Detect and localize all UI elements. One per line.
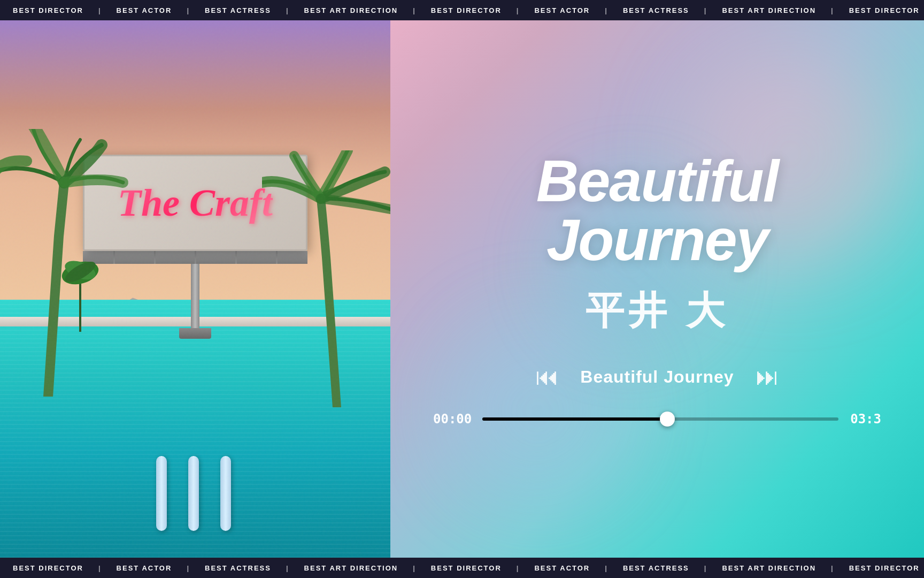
billboard-base — [179, 328, 211, 339]
ticker-top: BEST DIRECTOR | BEST ACTOR | BEST ACTRES… — [0, 0, 924, 20]
track-controls: ⏮ Beautiful Journey ⏭ — [535, 363, 779, 390]
prev-button[interactable]: ⏮ — [535, 363, 559, 390]
ticker-bottom: BEST DIRECTOR | BEST ACTOR | BEST ACTRES… — [0, 558, 924, 578]
ticker-item: BEST ACTRESS — [192, 564, 284, 572]
palm-right — [262, 150, 390, 407]
ticker-item: BEST ART DIRECTION — [291, 564, 411, 572]
ticker-item: BEST DIRECTOR — [836, 6, 924, 14]
ticker-item: BEST ART DIRECTION — [709, 6, 829, 14]
album-section: The Craft — [0, 20, 390, 558]
ticker-item: BEST ACTOR — [104, 6, 185, 14]
palm-right-svg — [262, 150, 390, 407]
main-content: The Craft — [0, 20, 924, 558]
ticker-item: BEST DIRECTOR — [418, 564, 514, 572]
next-button[interactable]: ⏭ — [756, 363, 779, 390]
song-title: Beautiful Journey — [536, 151, 779, 269]
ticker-item: BEST ART DIRECTION — [291, 6, 411, 14]
palm-left-svg — [0, 129, 134, 397]
progress-bar[interactable] — [482, 417, 838, 421]
ticker-item: BEST ACTOR — [104, 564, 185, 572]
ticker-item: BEST ART DIRECTION — [709, 564, 829, 572]
song-title-line2: Journey — [546, 207, 768, 272]
stair-bar-3 — [220, 456, 231, 531]
track-title: Beautiful Journey — [580, 367, 734, 387]
ticker-item: BEST DIRECTOR — [0, 6, 96, 14]
album-art: The Craft — [0, 20, 390, 558]
progress-fill — [482, 417, 667, 421]
ticker-item: BEST ACTRESS — [192, 6, 284, 14]
player-section: Beautiful Journey 平井 大 ⏮ Beautiful Journ… — [390, 20, 924, 558]
ticker-item: BEST DIRECTOR — [0, 564, 96, 572]
palm-left — [0, 129, 134, 397]
pool-stairs — [156, 456, 231, 531]
ticker-item: BEST DIRECTOR — [418, 6, 514, 14]
progress-section: 00:00 03:3 — [433, 412, 881, 427]
time-current: 00:00 — [433, 412, 472, 427]
ticker-item: BEST ACTOR — [521, 6, 603, 14]
billboard-pole — [191, 264, 199, 328]
stair-bar-1 — [156, 456, 167, 531]
ticker-item: BEST ACTRESS — [610, 6, 702, 14]
player-content: Beautiful Journey 平井 大 ⏮ Beautiful Journ… — [390, 130, 924, 448]
time-total: 03:3 — [849, 412, 881, 427]
ticker-item: BEST DIRECTOR — [836, 564, 924, 572]
ticker-item: BEST ACTRESS — [610, 564, 702, 572]
progress-thumb[interactable] — [660, 412, 675, 427]
ticker-item: BEST ACTOR — [521, 564, 603, 572]
ticker-inner-top: BEST DIRECTOR | BEST ACTOR | BEST ACTRES… — [0, 6, 924, 14]
artist-name: 平井 大 — [586, 285, 729, 337]
stair-bar-2 — [188, 456, 199, 531]
ticker-inner-bottom: BEST DIRECTOR | BEST ACTOR | BEST ACTRES… — [0, 564, 924, 572]
song-title-line1: Beautiful — [536, 148, 779, 214]
billboard-text: The Craft — [118, 181, 273, 225]
